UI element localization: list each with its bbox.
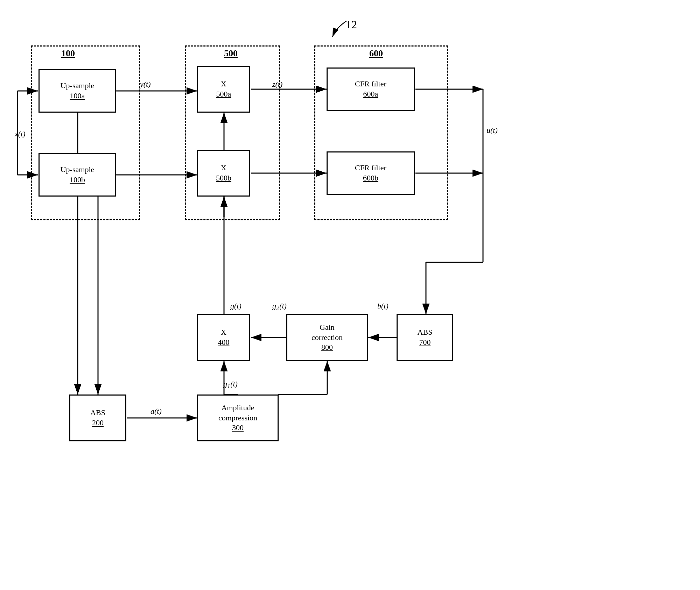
block-mult-400: X 400	[197, 314, 250, 361]
mult-400-label: X	[221, 327, 226, 337]
mult-b-ref: 500b	[216, 173, 231, 183]
signal-g1t: g1(t)	[223, 379, 238, 390]
block-cfr-a: CFR filter 600a	[327, 67, 415, 111]
abs-700-ref: 700	[419, 337, 431, 348]
block-abs-700: ABS 700	[397, 314, 453, 361]
signal-ut: u(t)	[486, 126, 498, 135]
mult-a-label: X	[221, 79, 226, 89]
mult-400-ref: 400	[218, 337, 230, 348]
block-mult-b: X 500b	[197, 150, 250, 197]
cfr-b-ref: 600b	[363, 173, 378, 183]
block-mult-a: X 500a	[197, 66, 250, 113]
cfr-b-label: CFR filter	[355, 163, 386, 173]
mult-a-ref: 500a	[216, 89, 231, 99]
cfr-a-label: CFR filter	[355, 79, 386, 89]
signal-xt: x(t)	[15, 129, 26, 138]
abs-700-label: ABS	[418, 327, 433, 337]
block-cfr-b: CFR filter 600b	[327, 151, 415, 195]
dashed-label-500: 500	[224, 48, 238, 59]
dashed-label-100: 100	[61, 48, 75, 59]
upsample-b-label: Up-sample	[61, 165, 94, 175]
signal-at: a(t)	[150, 407, 162, 416]
signal-bt: b(t)	[377, 301, 388, 311]
cfr-a-ref: 600a	[363, 89, 378, 99]
signal-zt: z(t)	[272, 80, 282, 89]
upsample-a-ref: 100a	[70, 91, 85, 101]
upsample-a-label: Up-sample	[61, 81, 94, 91]
signal-g2t: g2(t)	[272, 301, 287, 312]
ref-arrow-svg	[326, 14, 360, 42]
amp-comp-ref: 300	[232, 423, 244, 433]
dashed-label-600: 600	[369, 48, 383, 59]
gain-corr-label: Gaincorrection	[312, 322, 343, 342]
amp-comp-label: Amplitudecompression	[218, 403, 257, 423]
block-amp-comp: Amplitudecompression 300	[197, 394, 279, 441]
abs-200-ref: 200	[92, 418, 104, 428]
block-abs-200: ABS 200	[69, 394, 126, 441]
block-upsample-a: Up-sample 100a	[38, 69, 116, 113]
mult-b-label: X	[221, 163, 226, 173]
signal-yt: y(t)	[140, 80, 151, 89]
signal-gt: g(t)	[230, 301, 241, 311]
block-upsample-b: Up-sample 100b	[38, 153, 116, 197]
block-gain-corr: Gaincorrection 800	[286, 314, 368, 361]
upsample-b-ref: 100b	[70, 175, 85, 185]
abs-200-label: ABS	[90, 408, 105, 418]
gain-corr-ref: 800	[321, 342, 333, 353]
diagram-container: 100 500 600 Up-sample 100a Up-sample 100…	[0, 0, 700, 590]
